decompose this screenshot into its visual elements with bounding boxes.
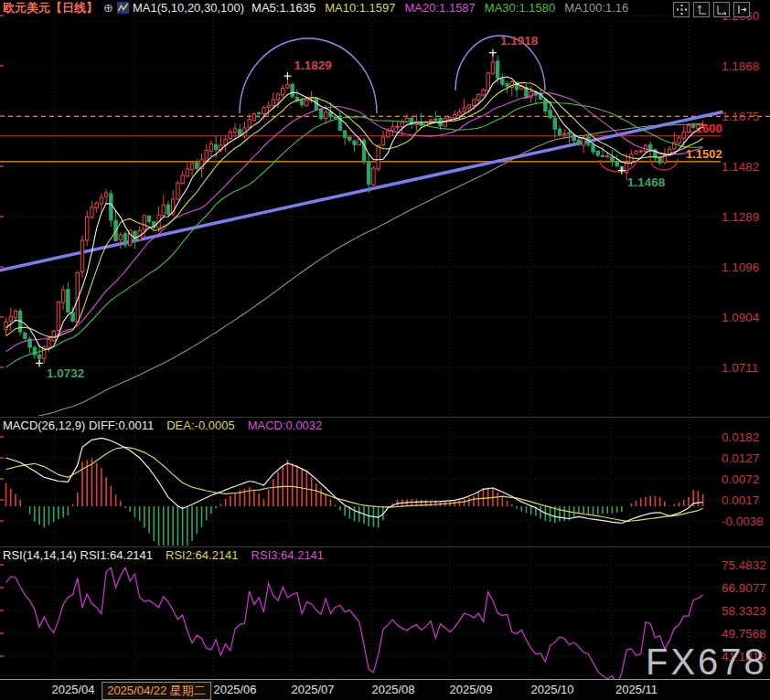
price-axis-label: 66.9077 xyxy=(722,581,766,595)
pan-right-icon xyxy=(737,5,747,15)
price-axis-label: 1.0904 xyxy=(722,311,760,324)
candlestick-series xyxy=(5,53,705,364)
indicator-value-label: RSI(14,14,14) RSI1:64.2141 xyxy=(3,548,153,562)
y-axis-scale-icon xyxy=(697,5,707,15)
indicator-value-label: MACD:0.0032 xyxy=(248,419,323,432)
ma-indicator-label[interactable]: MA1(5,10,20,30,100) xyxy=(133,1,244,15)
price-axis-label: 1.0711 xyxy=(722,361,758,375)
macd-pane[interactable] xyxy=(6,438,703,561)
price-axis-label: 0.0017 xyxy=(722,493,759,507)
pan-tool-button[interactable] xyxy=(733,2,750,17)
macd-indicator-header[interactable]: MACD(26,12,9) DIFF:0.0011DEA:-0.0005MACD… xyxy=(3,419,335,432)
x-axis-scale-icon xyxy=(717,5,727,15)
ma-value-label: MA20:1.1587 xyxy=(405,1,476,15)
macd-histogram xyxy=(6,458,703,560)
date-tick-label[interactable]: 2025/08 xyxy=(372,683,415,696)
trough-price-label: 1.1468 xyxy=(627,175,666,189)
date-axis: 2025/042025/04/22 星期二2025/062025/072025/… xyxy=(0,679,770,700)
ma100-line xyxy=(6,124,703,425)
date-tick-label[interactable]: 2025/06 xyxy=(214,683,257,696)
settings-icon[interactable]: ⊕ xyxy=(103,1,113,15)
indicator-value-label: RSI3:64.2141 xyxy=(251,548,325,562)
y-axis-scale-button[interactable] xyxy=(693,2,710,17)
indicator-value-label: DEA:-0.0005 xyxy=(166,419,234,432)
peak-price-label: 1.1918 xyxy=(500,34,539,48)
move-tool-button[interactable] xyxy=(673,2,690,17)
date-tick-label[interactable]: 2025/11 xyxy=(615,683,658,696)
indicator-logo-icon xyxy=(117,2,129,14)
chart-canvas[interactable]: 1.16001.15021.18291.19181.07321.14681.20… xyxy=(0,0,770,700)
rsi-pane[interactable] xyxy=(6,567,703,684)
date-tick-label[interactable]: 2025/10 xyxy=(531,683,574,696)
ma-value-label: MA10:1.1597 xyxy=(325,1,395,15)
rsi-line xyxy=(6,567,703,684)
trough-price-label: 1.0732 xyxy=(47,366,84,380)
selected-date-label[interactable]: 2025/04/22 星期二 xyxy=(102,682,211,700)
date-tick-label[interactable]: 2025/04 xyxy=(52,683,95,696)
move-icon xyxy=(677,5,687,15)
price-annotations: 1.18291.19181.07321.1468 xyxy=(36,34,666,381)
chart-header: 欧元美元【日线】⊕MA1(5,10,20,30,100)MA5:1.1635MA… xyxy=(3,0,637,16)
price-axis-label: 1.1482 xyxy=(722,160,759,174)
price-axis-label: 0.0182 xyxy=(722,430,759,444)
price-axis-label: 58.3323 xyxy=(722,604,766,618)
ma-values: MA5:1.1635MA10:1.1597MA20:1.1587MA30:1.1… xyxy=(251,1,637,15)
price-level-label: 1.1502 xyxy=(686,147,722,161)
date-tick-label[interactable]: 2025/09 xyxy=(450,683,493,696)
price-axis-label: 0.0072 xyxy=(722,472,759,486)
symbol-title[interactable]: 欧元美元【日线】 xyxy=(3,1,98,15)
indicator-value-label: RSI2:64.2141 xyxy=(166,548,239,562)
date-tick-label[interactable]: 2025/07 xyxy=(292,683,335,696)
ma-value-label: MA5:1.1635 xyxy=(251,1,315,15)
price-axis-label: 1.1675 xyxy=(722,110,759,123)
price-axis-label: 49.7568 xyxy=(722,627,766,641)
peak-price-label: 1.1829 xyxy=(294,58,331,72)
ma-value-label: MA30:1.1580 xyxy=(485,1,555,15)
price-axis-label: 75.4832 xyxy=(722,558,766,572)
price-axis-label: 1.1289 xyxy=(722,210,759,224)
price-pane[interactable]: 1.16001.15021.18291.19181.07321.1468 xyxy=(0,34,770,424)
trading-chart-app: 1.16001.15021.18291.19181.07321.14681.20… xyxy=(0,0,770,700)
price-axis-label: 1.1868 xyxy=(722,59,759,73)
price-axis-label: 1.1096 xyxy=(722,260,759,274)
ma20-line xyxy=(6,93,703,352)
watermark: FX678 xyxy=(646,642,767,683)
chart-toolbar xyxy=(673,2,750,17)
price-level-label: 1.1600 xyxy=(686,122,722,135)
rsi-indicator-header[interactable]: RSI(14,14,14) RSI1:64.2141RSI2:64.2141RS… xyxy=(3,548,337,562)
ma-value-label: MA100:1.16 xyxy=(564,1,628,15)
moving-average-lines xyxy=(6,77,703,424)
price-axis-label: -0.0038 xyxy=(722,514,764,528)
x-axis-scale-button[interactable] xyxy=(713,2,730,17)
grid xyxy=(0,11,719,678)
price-axis-label: 0.0127 xyxy=(722,451,759,465)
indicator-value-label: MACD(26,12,9) DIFF:0.0011 xyxy=(3,419,154,432)
